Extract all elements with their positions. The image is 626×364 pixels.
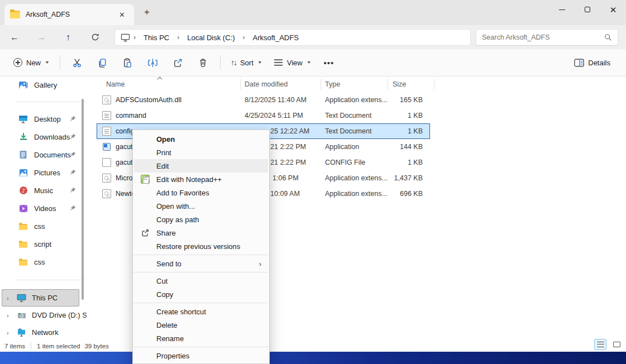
sort-label: Sort	[240, 59, 254, 67]
sidebar-scrollbar[interactable]	[82, 99, 84, 300]
file-row[interactable]: ADFSCustomAuth.dll 8/12/2025 11:40 AM Ap…	[97, 92, 430, 108]
sidebar-item-gallery[interactable]: Gallery	[0, 76, 92, 93]
column-divider[interactable]	[321, 79, 321, 90]
pin-icon	[69, 115, 77, 122]
new-tab-button[interactable]: +	[144, 7, 150, 17]
sidebar-item-music[interactable]: ♪ Music	[0, 181, 92, 199]
menu-item-edit[interactable]: Edit	[134, 159, 268, 173]
delete-icon	[198, 58, 208, 68]
this-pc-icon	[17, 293, 26, 303]
sidebar-item-this-pc[interactable]: › This PC	[2, 289, 79, 306]
status-bar: 7 items 1 item selected 39 bytes	[0, 341, 626, 352]
menu-item-send-to[interactable]: Send to ›	[134, 257, 268, 270]
menu-divider	[133, 347, 269, 347]
column-header-size[interactable]: Size	[393, 80, 406, 88]
details-pane-button[interactable]: Details	[568, 55, 616, 71]
paste-icon	[122, 58, 133, 68]
menu-item-cut[interactable]: Cut	[134, 274, 268, 288]
details-view-button[interactable]	[594, 339, 606, 350]
new-button[interactable]: New ▼	[8, 54, 55, 71]
folder-icon	[10, 11, 20, 18]
sidebar-item-dvd-drive[interactable]: › DVD Drive (D:) S	[0, 306, 92, 324]
expander-chevron-icon[interactable]: ›	[7, 295, 12, 301]
menu-item-share[interactable]: Share	[134, 226, 268, 240]
gallery-icon	[18, 80, 28, 90]
expander-chevron-icon[interactable]: ›	[7, 329, 12, 336]
breadcrumb-this-pc[interactable]: This PC	[139, 32, 174, 44]
close-button[interactable]: ✕	[600, 0, 626, 19]
sidebar-item-desktop[interactable]: Desktop	[0, 110, 92, 128]
column-header-date-modified[interactable]: Date modified	[245, 80, 288, 88]
menu-item-open-with[interactable]: Open with...	[134, 199, 268, 213]
view-button[interactable]: View ▼	[268, 55, 317, 71]
svg-text:♪: ♪	[21, 188, 25, 194]
breadcrumb-local-disk[interactable]: Local Disk (C:)	[183, 32, 239, 44]
column-divider[interactable]	[434, 79, 434, 90]
sidebar-item-downloads[interactable]: Downloads	[0, 128, 92, 146]
paste-button[interactable]	[115, 54, 140, 72]
menu-item-properties[interactable]: Properties	[134, 349, 268, 362]
cut-button[interactable]	[65, 54, 90, 72]
column-divider[interactable]	[240, 79, 241, 90]
sidebar-item-pictures[interactable]: Pictures	[0, 164, 92, 181]
explorer-tab[interactable]: Arksoft_ADFS ✕	[4, 4, 134, 25]
menu-item-open[interactable]: Open	[134, 132, 268, 146]
search-box[interactable]	[476, 29, 618, 46]
file-size: 1 KB	[342, 112, 423, 119]
rename-button[interactable]: A	[140, 54, 165, 72]
sidebar-item-css-2[interactable]: css	[0, 253, 92, 271]
copy-button[interactable]	[90, 54, 115, 72]
minimize-button[interactable]	[549, 0, 575, 19]
file-date: 8/12/2025 11:40 AM	[245, 96, 307, 104]
column-header-name[interactable]: Name	[106, 80, 125, 88]
large-icons-view-icon	[613, 342, 620, 347]
command-bar: New ▼ A ↑↓ Sort ▼ View ▼	[0, 49, 626, 76]
see-more-button[interactable]: •••	[317, 55, 341, 71]
status-divider	[31, 343, 31, 349]
search-input[interactable]	[482, 33, 604, 41]
dll-file-icon	[102, 95, 111, 104]
file-name: ADFSCustomAuth.dll	[116, 96, 181, 104]
column-divider[interactable]	[388, 79, 388, 90]
back-button[interactable]: ←	[7, 30, 22, 45]
sidebar-item-documents[interactable]: Documents	[0, 146, 92, 164]
sort-button[interactable]: ↑↓ Sort ▼	[225, 54, 268, 71]
forward-button[interactable]: →	[34, 30, 49, 45]
menu-item-create-shortcut[interactable]: Create shortcut	[134, 305, 268, 318]
file-name: config	[116, 127, 134, 135]
menu-item-copy[interactable]: Copy	[134, 288, 268, 301]
menu-item-rename[interactable]: Rename	[134, 332, 268, 345]
menu-item-add-to-favorites[interactable]: Add to Favorites	[134, 186, 268, 199]
refresh-button[interactable]	[87, 30, 103, 45]
sidebar-item-network[interactable]: › Network	[0, 324, 92, 341]
large-icons-view-button[interactable]	[610, 339, 623, 350]
pictures-icon	[18, 168, 28, 178]
menu-item-restore-previous-versions[interactable]: Restore previous versions	[134, 240, 268, 253]
delete-button[interactable]	[190, 54, 216, 72]
sidebar-item-script[interactable]: script	[0, 235, 92, 253]
close-icon: ✕	[610, 6, 617, 14]
share-icon	[141, 228, 150, 237]
menu-item-print[interactable]: Print	[134, 146, 268, 159]
menu-item-copy-as-path[interactable]: Copy as path	[134, 213, 268, 226]
sidebar-item-label: Gallery	[34, 81, 57, 89]
maximize-button[interactable]	[575, 0, 600, 19]
sidebar-item-css[interactable]: css	[0, 217, 92, 235]
file-row[interactable]: command 4/25/2024 5:11 PM Text Document …	[97, 108, 430, 123]
sort-ascending-icon	[157, 76, 163, 80]
share-button[interactable]	[165, 54, 190, 72]
up-button[interactable]: ↑	[60, 30, 76, 45]
file-size: 165 KB	[342, 96, 423, 104]
menu-item-delete[interactable]: Delete	[134, 318, 268, 332]
tab-close-icon[interactable]: ✕	[116, 9, 128, 20]
details-pane-icon	[574, 59, 584, 67]
breadcrumb[interactable]: › This PC › Local Disk (C:) › Arksoft_AD…	[114, 29, 471, 46]
dll-file-icon	[102, 174, 111, 183]
maximize-icon	[585, 7, 590, 12]
folder-icon	[18, 240, 28, 249]
column-header-type[interactable]: Type	[325, 80, 340, 88]
sidebar-item-videos[interactable]: Videos	[0, 199, 92, 217]
breadcrumb-current-folder[interactable]: Arksoft_ADFS	[248, 32, 303, 44]
menu-item-edit-with-notepad-plus-plus[interactable]: Edit with Notepad++	[134, 173, 268, 186]
expander-chevron-icon[interactable]: ›	[7, 312, 12, 319]
